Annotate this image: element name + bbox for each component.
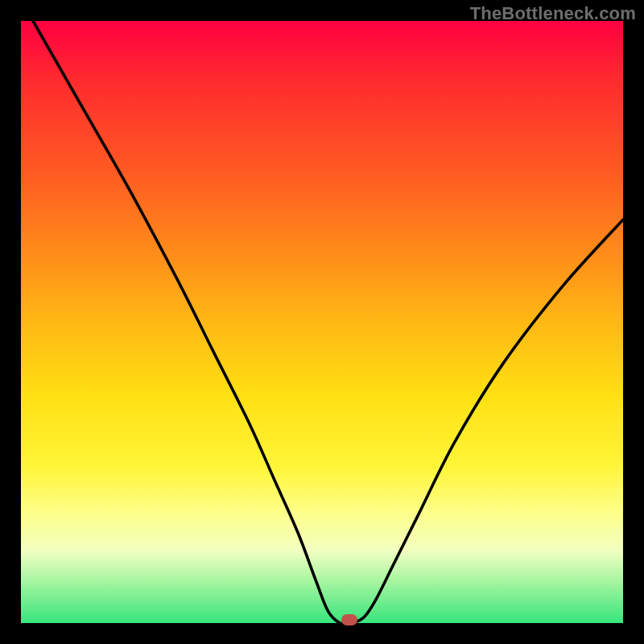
plot-area [21,21,623,623]
chart-frame: TheBottleneck.com [0,0,644,644]
bottleneck-curve-path [33,21,623,624]
watermark-text: TheBottleneck.com [470,3,636,24]
optimal-point-marker [341,614,357,625]
curve-svg [21,21,623,623]
